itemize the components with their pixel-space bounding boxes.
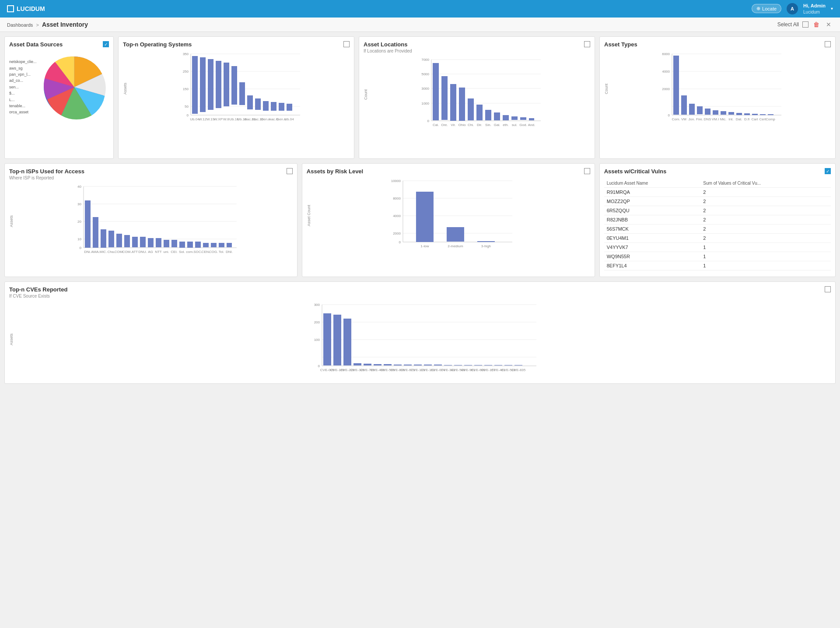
svg-text:CVE-835: CVE-835 [511, 368, 526, 372]
svg-rect-199 [394, 365, 402, 365]
card-checkbox-vulns[interactable] [825, 168, 831, 174]
svg-rect-59 [476, 105, 483, 120]
cves-y-axis-label: Assets [9, 333, 14, 345]
card-checkbox-os[interactable] [343, 41, 350, 47]
breadcrumb-actions: Select All 🗑 ✕ [777, 20, 833, 29]
svg-text:1-low: 1-low [420, 244, 429, 248]
svg-rect-146 [187, 242, 193, 248]
card-checkbox-locations[interactable] [584, 41, 590, 47]
svg-text:Ohio: Ohio [458, 123, 466, 127]
user-info: Hi, Admin Lucidum [803, 3, 826, 14]
avatar: A [787, 3, 798, 14]
locate-button[interactable]: ⊕ Locate [752, 4, 781, 13]
vuln-table: Lucidum Asset Name Sum of Values of Crit… [604, 179, 831, 270]
vuln-table-scroll[interactable]: Lucidum Asset Name Sum of Values of Crit… [604, 176, 831, 270]
svg-rect-189 [343, 319, 351, 365]
asset-name-cell: V4YYVK7 [604, 243, 701, 252]
svg-rect-201 [404, 365, 412, 365]
svg-rect-18 [216, 61, 221, 108]
svg-rect-171 [447, 227, 464, 242]
svg-text:Cart: Cart [751, 117, 758, 121]
asset-name-cell: 6R5ZQQU [604, 206, 701, 215]
svg-rect-122 [93, 217, 98, 248]
svg-rect-22 [231, 66, 237, 105]
svg-rect-136 [148, 238, 154, 247]
svg-text:150: 150 [183, 87, 189, 91]
breadcrumb: Dashboards > Asset Inventory [7, 21, 88, 28]
svg-rect-144 [179, 242, 185, 248]
delete-icon[interactable]: 🗑 [812, 20, 821, 29]
svg-rect-87 [689, 104, 695, 115]
legend-item-4: ad_co... [9, 77, 37, 84]
svg-rect-209 [444, 365, 452, 365]
card-checkbox-isps[interactable] [287, 168, 293, 174]
user-menu-chevron[interactable]: ▾ [831, 6, 833, 11]
svg-text:DNU.: DNU. [138, 250, 147, 254]
table-row: 56S7MCK2 [604, 225, 831, 234]
svg-text:10000: 10000 [391, 179, 401, 183]
isps-bar-chart: 40 30 20 10 0 DNi. AMA. MIC. Cha. [14, 182, 293, 261]
select-all-checkbox[interactable] [802, 21, 808, 28]
svg-rect-51 [441, 76, 448, 120]
breadcrumb-current: Asset Inventory [42, 21, 88, 28]
legend-item-5: sen... [9, 84, 37, 90]
legend-item-9: orca_asset [9, 109, 37, 115]
svg-text:0: 0 [318, 364, 320, 368]
svg-text:com.: com. [186, 250, 193, 254]
svg-rect-185 [323, 313, 331, 365]
svg-text:0: 0 [399, 240, 401, 244]
row-2: Top-n ISPs Used for Access Where ISP is … [4, 163, 836, 277]
card-checkbox-cves[interactable] [825, 286, 831, 292]
svg-rect-26 [247, 95, 253, 109]
asset-value-cell: 1 [700, 243, 831, 252]
svg-text:DNi.: DNi. [84, 250, 91, 254]
svg-rect-105 [760, 114, 766, 115]
logo-text: LUCIDUM [17, 5, 45, 12]
card-checkbox-risk[interactable] [584, 168, 590, 174]
svg-rect-55 [459, 88, 465, 121]
svg-rect-219 [494, 365, 502, 365]
logo-box-icon [7, 5, 14, 12]
close-icon[interactable]: ✕ [824, 20, 833, 29]
table-row: 6R5ZQQU2 [604, 206, 831, 215]
table-row: WQ9N55R1 [604, 252, 831, 261]
svg-rect-49 [433, 63, 439, 120]
card-checkbox-types[interactable] [825, 41, 831, 47]
card-top-n-isps: Top-n ISPs Used for Access Where ISP is … [4, 163, 298, 277]
locations-chart-container: Count 7000 5000 3000 1000 0 Cal. [364, 55, 590, 134]
breadcrumb-parent[interactable]: Dashboards [7, 22, 33, 28]
svg-text:DNI.: DNI. [226, 250, 233, 254]
legend-item-6: $... [9, 90, 37, 96]
svg-text:3-high: 3-high [481, 244, 491, 248]
svg-rect-14 [200, 57, 206, 112]
svg-rect-83 [673, 56, 679, 115]
svg-text:4000: 4000 [662, 70, 670, 74]
svg-text:10: 10 [77, 237, 81, 241]
svg-rect-63 [494, 112, 500, 120]
card-checkbox-data-sources[interactable] [103, 41, 109, 47]
svg-text:8000: 8000 [393, 196, 401, 200]
svg-text:Ub.04: Ub.04 [284, 117, 294, 121]
locations-bar-chart: 7000 5000 3000 1000 0 Cal. Ore. Vir. Ohi… [369, 55, 590, 134]
svg-rect-103 [752, 114, 758, 115]
col-header-value: Sum of Values of Critical Vu... [700, 179, 831, 188]
asset-name-cell: R82JNBB [604, 215, 701, 225]
svg-rect-203 [414, 365, 422, 365]
asset-value-cell: 2 [700, 215, 831, 225]
svg-rect-71 [529, 118, 534, 120]
svg-rect-148 [195, 242, 201, 248]
asset-name-cell: 0EYU4M1 [604, 234, 701, 243]
types-chart-container: Count 6000 4000 2000 0 Com. VM [604, 49, 831, 128]
svg-text:NTT: NTT [155, 250, 162, 254]
asset-name-cell: 8EFY1L4 [604, 261, 701, 270]
svg-text:And.: And. [528, 123, 535, 127]
user-org: Lucidum [803, 9, 826, 15]
asset-name-cell: WQ9N55R [604, 252, 701, 261]
card-title-data-sources: Asset Data Sources [9, 41, 63, 48]
svg-rect-223 [514, 365, 522, 365]
svg-text:Cha.: Cha. [107, 250, 115, 254]
table-row: 8EFY1L41 [604, 261, 831, 270]
svg-rect-134 [140, 237, 146, 247]
asset-value-cell: 1 [700, 252, 831, 261]
svg-rect-24 [239, 82, 245, 105]
